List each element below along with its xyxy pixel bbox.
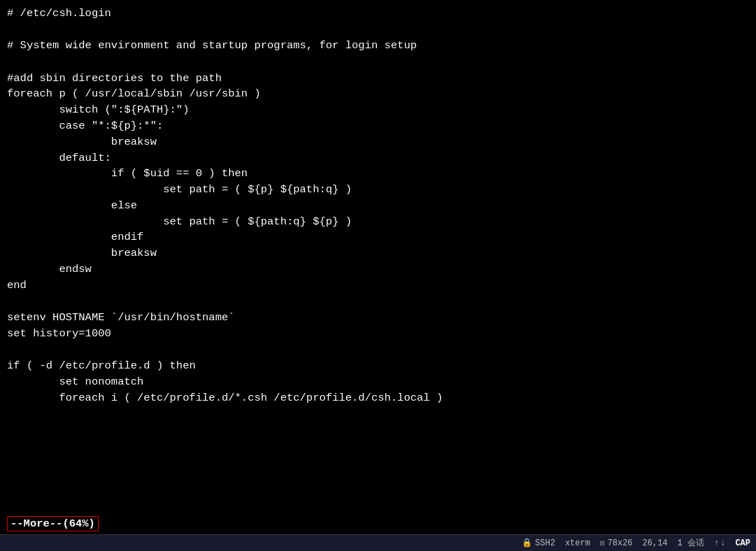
code-line: breaksw	[7, 134, 749, 150]
code-line: case "*:${p}:*":	[7, 118, 749, 134]
more-prompt-container: --More--(64%)	[0, 515, 756, 534]
ssh2-status: 🔒 SSH2	[522, 538, 555, 548]
lock-icon: 🔒	[522, 538, 532, 548]
code-line: default:	[7, 150, 749, 166]
code-line: set path = ( ${p} ${path:q} )	[7, 182, 749, 198]
code-line: if ( -d /etc/profile.d ) then	[7, 358, 749, 374]
code-line: end	[7, 278, 749, 294]
code-line: # /etc/csh.login	[7, 6, 749, 22]
code-line: # System wide environment and startup pr…	[7, 38, 749, 54]
code-line: set path = ( ${path:q} ${p} )	[7, 214, 749, 230]
arrow-icons: ↑ ↓	[714, 538, 725, 548]
code-line: setenv HOSTNAME `/usr/bin/hostname`	[7, 310, 749, 326]
code-line: endif	[7, 229, 749, 245]
code-line: foreach p ( /usr/local/sbin /usr/sbin )	[7, 86, 749, 102]
terminal-size: 78x26	[608, 538, 633, 548]
code-line: else	[7, 198, 749, 214]
sessions-label: 1 会话	[678, 537, 704, 549]
cap-status: CAP	[735, 538, 750, 548]
terminal-size-status: ⊡ 78x26	[600, 538, 633, 548]
xterm-label: xterm	[565, 538, 590, 548]
code-line: set history=1000	[7, 326, 749, 342]
code-line: set nonomatch	[7, 374, 749, 390]
code-line	[7, 294, 749, 310]
cursor-pos: 26,14	[643, 538, 668, 548]
xterm-status: xterm	[565, 538, 590, 548]
status-bar: 🔒 SSH2 xterm ⊡ 78x26 26,14 1 会话 ↑ ↓ CAP	[0, 534, 756, 551]
code-line	[7, 22, 749, 38]
code-line: breaksw	[7, 245, 749, 262]
code-line	[7, 342, 749, 359]
code-line	[7, 54, 749, 71]
code-line: if ( $uid == 0 ) then	[7, 166, 749, 182]
sessions-status: 1 会话	[678, 537, 704, 549]
more-prompt: --More--(64%)	[7, 516, 99, 531]
arrow-up-icon: ↑	[714, 538, 719, 548]
code-line: #add sbin directories to the path	[7, 71, 749, 87]
code-line: endsw	[7, 262, 749, 278]
ssh2-label: SSH2	[535, 538, 555, 548]
cap-label: CAP	[735, 538, 750, 548]
code-line: switch (":${PATH}:")	[7, 102, 749, 118]
arrow-down-icon: ↓	[720, 538, 725, 548]
cursor-pos-status: 26,14	[643, 538, 668, 548]
code-line: foreach i ( /etc/profile.d/*.csh /etc/pr…	[7, 390, 749, 406]
terminal-content: # /etc/csh.login# System wide environmen…	[0, 0, 756, 515]
terminal-size-icon: ⊡	[600, 538, 605, 548]
